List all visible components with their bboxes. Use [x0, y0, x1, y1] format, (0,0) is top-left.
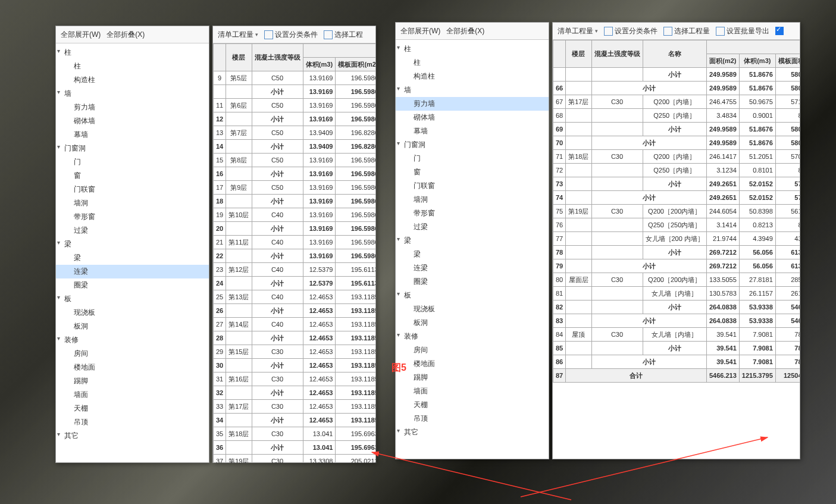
- tree-group[interactable]: 墙: [56, 87, 209, 101]
- tree-item[interactable]: 幕墙: [396, 124, 549, 138]
- category-tree-left[interactable]: 柱柱构造柱墙剪力墙砌体墙幕墙门窗洞门窗门联窗墙洞带形窗过梁梁梁连梁圈梁板现浇板板…: [56, 43, 209, 468]
- tree-item[interactable]: 踢脚: [396, 371, 549, 384]
- tree-item[interactable]: 窗: [396, 165, 549, 179]
- panel-data-right: 清单工程量 设置分类条件 选择工程量 设置批量导出 楼层混凝土强度等级名称面积(…: [552, 22, 800, 459]
- tree-item[interactable]: 楼地面: [396, 357, 549, 371]
- tree-item[interactable]: 带形窗: [56, 210, 209, 224]
- tree-item[interactable]: 楼地面: [56, 361, 209, 374]
- tree-group[interactable]: 装修: [396, 330, 549, 343]
- tree-item[interactable]: 天棚: [56, 402, 209, 415]
- select-project-button[interactable]: 选择工程: [324, 30, 363, 40]
- grid-icon: [264, 30, 273, 39]
- tree-item[interactable]: 门: [56, 155, 209, 169]
- tree-group[interactable]: 板: [396, 289, 549, 302]
- tree-item[interactable]: 连梁: [396, 261, 549, 275]
- tree-item[interactable]: 砌体墙: [56, 114, 209, 128]
- set-condition-button[interactable]: 设置分类条件: [264, 30, 318, 40]
- qty-dropdown[interactable]: 清单工程量: [558, 26, 598, 36]
- tree-item[interactable]: 柱: [396, 56, 549, 70]
- tree-item[interactable]: 现浇板: [56, 306, 209, 320]
- grid-icon: [324, 30, 333, 39]
- panel-data-left: 清单工程量 设置分类条件 选择工程 楼层混凝土强度等级体积(m3)模板面积(m2…: [212, 26, 376, 463]
- tree-item[interactable]: 连梁: [56, 265, 209, 278]
- expand-all-button[interactable]: 全部展开(W): [61, 30, 101, 40]
- tree-group[interactable]: 柱: [396, 42, 549, 56]
- tree-item[interactable]: 过梁: [396, 220, 549, 234]
- tree-item[interactable]: 房间: [396, 343, 549, 357]
- toolbar-tree-left: 全部展开(W) 全部折叠(X): [56, 26, 209, 43]
- set-condition-button[interactable]: 设置分类条件: [604, 26, 657, 36]
- data-table-left[interactable]: 楼层混凝土强度等级体积(m3)模板面积(m2)9第5层C5013.9169196…: [213, 43, 375, 463]
- tree-item[interactable]: 墙洞: [396, 193, 549, 206]
- tree-item[interactable]: 板洞: [396, 316, 549, 330]
- tree-item[interactable]: 房间: [56, 347, 209, 361]
- tree-item[interactable]: 梁: [56, 251, 209, 265]
- export-icon: [716, 27, 725, 36]
- expand-all-button[interactable]: 全部展开(W): [400, 26, 440, 36]
- tree-group[interactable]: 其它: [396, 425, 549, 439]
- category-tree-right[interactable]: 柱柱构造柱墙剪力墙砌体墙幕墙门窗洞门窗门联窗墙洞带形窗过梁梁梁连梁圈梁板现浇板板…: [396, 40, 549, 464]
- tree-group[interactable]: 梁: [56, 237, 209, 251]
- tree-item[interactable]: 柱: [56, 60, 209, 73]
- tree-item[interactable]: 圈梁: [56, 278, 209, 292]
- tree-item[interactable]: 带形窗: [396, 206, 549, 220]
- tree-item[interactable]: 门: [396, 152, 549, 165]
- toolbar-data-left: 清单工程量 设置分类条件 选择工程: [213, 26, 375, 43]
- tree-item[interactable]: 梁: [396, 248, 549, 261]
- tree-item[interactable]: 墙洞: [56, 196, 209, 210]
- tree-item[interactable]: 剪力墙: [56, 101, 209, 114]
- tree-group[interactable]: 装修: [56, 333, 209, 347]
- tree-item[interactable]: 门联窗: [56, 183, 209, 196]
- tree-group[interactable]: 梁: [396, 234, 549, 248]
- export-checkbox[interactable]: [775, 27, 784, 35]
- tree-item[interactable]: 吊顶: [56, 415, 209, 429]
- tree-item[interactable]: 板洞: [56, 320, 209, 333]
- tree-group[interactable]: 门窗洞: [396, 138, 549, 152]
- tree-item[interactable]: 窗: [56, 169, 209, 183]
- collapse-all-button[interactable]: 全部折叠(X): [107, 30, 145, 40]
- tree-group[interactable]: 墙: [396, 83, 549, 97]
- qty-dropdown[interactable]: 清单工程量: [218, 30, 258, 40]
- tree-item[interactable]: 门联窗: [396, 179, 549, 193]
- tree-item[interactable]: 墙面: [56, 388, 209, 402]
- tree-item[interactable]: 幕墙: [56, 128, 209, 142]
- tree-item[interactable]: 过梁: [56, 224, 209, 237]
- toolbar-tree-right: 全部展开(W) 全部折叠(X): [396, 23, 549, 40]
- tree-group[interactable]: 门窗洞: [56, 142, 209, 155]
- tree-item[interactable]: 砌体墙: [396, 111, 549, 124]
- collapse-all-button[interactable]: 全部折叠(X): [446, 26, 484, 36]
- batch-export-button[interactable]: 设置批量导出: [716, 26, 769, 36]
- grid-icon: [604, 27, 613, 36]
- select-qty-button[interactable]: 选择工程量: [663, 26, 710, 36]
- tree-item[interactable]: 墙面: [396, 384, 549, 398]
- figure-label: 图5: [392, 362, 406, 374]
- tree-item[interactable]: 剪力墙: [396, 97, 549, 111]
- toolbar-data-right: 清单工程量 设置分类条件 选择工程量 设置批量导出: [553, 23, 800, 40]
- tree-item[interactable]: 吊顶: [396, 412, 549, 425]
- tree-item[interactable]: 圈梁: [396, 275, 549, 289]
- tree-item[interactable]: 构造柱: [56, 73, 209, 87]
- tree-item[interactable]: 天棚: [396, 398, 549, 412]
- tree-group[interactable]: 柱: [56, 46, 209, 60]
- panel-tree-right: 全部展开(W) 全部折叠(X) 柱柱构造柱墙剪力墙砌体墙幕墙门窗洞门窗门联窗墙洞…: [395, 22, 549, 459]
- tree-item[interactable]: 构造柱: [396, 70, 549, 83]
- tree-group[interactable]: 其它: [56, 429, 209, 443]
- tree-item[interactable]: 踢脚: [56, 374, 209, 388]
- panel-tree-left: 全部展开(W) 全部折叠(X) 柱柱构造柱墙剪力墙砌体墙幕墙门窗洞门窗门联窗墙洞…: [55, 26, 209, 463]
- tree-group[interactable]: 板: [56, 292, 209, 306]
- grid-icon: [663, 27, 672, 36]
- data-table-right[interactable]: 楼层混凝土强度等级名称面积(m2)体积(m3)模板面积(m2)超面小计249.9…: [553, 40, 800, 459]
- tree-item[interactable]: 现浇板: [396, 302, 549, 316]
